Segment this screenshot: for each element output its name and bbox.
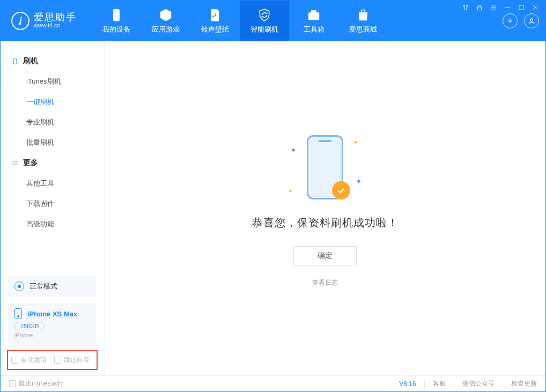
sidebar-item-advanced[interactable]: 高级功能 xyxy=(1,214,104,234)
toolbox-icon xyxy=(306,8,321,23)
svg-rect-8 xyxy=(114,9,120,21)
nav-label: 爱思商城 xyxy=(349,25,377,34)
svg-rect-12 xyxy=(13,58,17,64)
device-icon xyxy=(109,8,124,23)
mode-card[interactable]: 正常模式 xyxy=(8,276,97,297)
brand-name: 爱思助手 xyxy=(34,12,77,22)
wechat-link[interactable]: 微信公众号 xyxy=(462,379,495,388)
auto-activate-checkbox[interactable]: 自动激活 xyxy=(11,356,47,365)
checkbox-icon xyxy=(54,357,61,364)
check-badge-icon xyxy=(332,181,350,199)
nav-label: 工具箱 xyxy=(304,25,324,34)
nav-store[interactable]: 爱思商城 xyxy=(338,1,388,41)
mode-icon xyxy=(14,282,24,291)
menu-icon[interactable] xyxy=(489,3,498,12)
footer: 阻止iTunes运行 V8.16 | 客服 | 微信公众号 | 检查更新 xyxy=(1,375,545,391)
svg-point-11 xyxy=(530,19,533,21)
device-capacity: 256GB xyxy=(14,322,45,330)
lock-icon[interactable] xyxy=(475,3,484,12)
mode-label: 正常模式 xyxy=(29,282,57,291)
nav-label: 智能刷机 xyxy=(250,25,278,34)
svg-rect-5 xyxy=(519,5,523,10)
close-button[interactable] xyxy=(531,3,540,12)
checkbox-label: 跳过向导 xyxy=(64,356,90,365)
sidebar-header-label: 刷机 xyxy=(23,56,38,66)
download-button[interactable] xyxy=(503,13,518,28)
maximize-button[interactable] xyxy=(517,3,526,12)
checkbox-label: 自动激活 xyxy=(21,356,47,365)
support-link[interactable]: 客服 xyxy=(433,379,446,388)
sidebar-item-download-firmware[interactable]: 下载固件 xyxy=(1,194,104,214)
nav-toolbox[interactable]: 工具箱 xyxy=(289,1,338,41)
music-file-icon xyxy=(208,8,223,23)
checkbox-icon xyxy=(11,357,18,364)
highlighted-options: 自动激活 跳过向导 xyxy=(7,350,98,370)
checkbox-icon xyxy=(9,380,16,387)
svg-rect-10 xyxy=(312,10,316,12)
success-message: 恭喜您，保资料刷机成功啦！ xyxy=(252,216,399,230)
view-log-link[interactable]: 查看日志 xyxy=(312,278,338,287)
device-type: iPhone xyxy=(14,332,33,338)
checkbox-label: 阻止iTunes运行 xyxy=(19,379,64,388)
shirt-icon[interactable] xyxy=(461,3,470,12)
user-button[interactable] xyxy=(524,13,539,28)
nav-smart-flash[interactable]: 智能刷机 xyxy=(240,1,289,41)
skip-guide-checkbox[interactable]: 跳过向导 xyxy=(54,356,90,365)
brand-domain: www.i4.cn xyxy=(34,22,77,29)
main-content: ✦✦ ✦✦ 恭喜您，保资料刷机成功啦！ 确定 查看日志 xyxy=(105,41,545,375)
check-update-link[interactable]: 检查更新 xyxy=(511,379,537,388)
refresh-shield-icon xyxy=(257,8,272,23)
cube-icon xyxy=(158,8,173,23)
sidebar-header-label: 更多 xyxy=(23,158,38,168)
svg-rect-9 xyxy=(308,13,319,20)
sidebar-header-more: 更多 xyxy=(1,153,104,173)
block-itunes-checkbox[interactable]: 阻止iTunes运行 xyxy=(9,379,64,388)
nav-apps-games[interactable]: 应用游戏 xyxy=(141,1,190,41)
logo[interactable]: i 爱思助手 www.i4.cn xyxy=(11,12,77,30)
sidebar: 刷机 iTunes刷机 一键刷机 专业刷机 批量刷机 更多 其他工具 下载固件 … xyxy=(1,41,105,375)
nav: 我的设备 应用游戏 铃声壁纸 智能刷机 工具箱 爱思商城 xyxy=(92,1,388,41)
device-name: iPhone XS Max xyxy=(27,310,77,318)
bag-icon xyxy=(356,8,371,23)
svg-rect-0 xyxy=(478,7,482,10)
nav-label: 应用游戏 xyxy=(152,25,180,34)
version-label: V8.16 xyxy=(399,380,416,388)
phone-icon xyxy=(11,57,19,65)
sidebar-item-pro-flash[interactable]: 专业刷机 xyxy=(1,112,104,132)
success-illustration: ✦✦ ✦✦ xyxy=(285,130,365,205)
menu-lines-icon xyxy=(11,159,19,167)
sidebar-item-itunes-flash[interactable]: iTunes刷机 xyxy=(1,71,104,92)
nav-ringtone-wallpaper[interactable]: 铃声壁纸 xyxy=(190,1,240,41)
phone-small-icon xyxy=(14,308,22,319)
nav-label: 我的设备 xyxy=(102,25,130,34)
sidebar-item-batch-flash[interactable]: 批量刷机 xyxy=(1,132,104,153)
logo-icon: i xyxy=(11,12,29,30)
minimize-button[interactable] xyxy=(503,3,512,12)
sidebar-item-other-tools[interactable]: 其他工具 xyxy=(1,173,104,194)
nav-my-device[interactable]: 我的设备 xyxy=(92,1,141,41)
sidebar-header-flash: 刷机 xyxy=(1,51,104,71)
device-card[interactable]: iPhone XS Max 256GB iPhone xyxy=(8,303,97,344)
nav-label: 铃声壁纸 xyxy=(201,25,229,34)
ok-button[interactable]: 确定 xyxy=(293,246,357,265)
sidebar-item-oneclick-flash[interactable]: 一键刷机 xyxy=(1,92,104,112)
